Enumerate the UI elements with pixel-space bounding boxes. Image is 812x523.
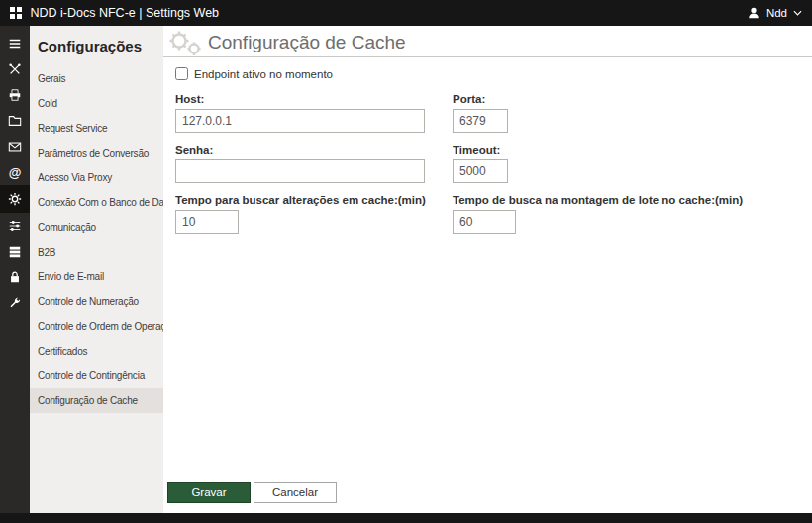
- tools-icon: [8, 62, 22, 76]
- lock-icon: [8, 270, 22, 284]
- sidebar-item-envio-email[interactable]: Envio de E-mail: [30, 264, 163, 289]
- page-title: Configuração de Cache: [208, 32, 406, 53]
- nav-tools[interactable]: [0, 56, 30, 82]
- senha-input[interactable]: [175, 159, 425, 183]
- gear-icon: [8, 192, 22, 206]
- porta-input[interactable]: [453, 109, 508, 133]
- topbar: NDD i-Docs NFC-e | Settings Web Ndd: [0, 0, 812, 26]
- nav-mail[interactable]: [0, 134, 30, 159]
- sidebar-item-certificados[interactable]: Certificados: [30, 339, 163, 364]
- gears-icon: [163, 28, 203, 57]
- nav-security[interactable]: [0, 264, 30, 290]
- sidebar-item-request-service[interactable]: Request Service: [30, 116, 163, 141]
- nav-at[interactable]: @: [0, 159, 30, 185]
- list-icon: [8, 245, 22, 259]
- app-title: NDD i-Docs NFC-e | Settings Web: [31, 6, 220, 20]
- host-input[interactable]: [175, 109, 425, 133]
- main-panel: Configuração de Cache Endpoint ativo no …: [163, 26, 812, 513]
- timeout-input[interactable]: [453, 159, 508, 183]
- timeout-label: Timeout:: [453, 144, 812, 156]
- save-button[interactable]: Gravar: [167, 482, 251, 503]
- tempo-lote-input[interactable]: [453, 210, 516, 234]
- sidebar-item-cold[interactable]: Cold: [30, 91, 163, 116]
- app-logo-icon: [10, 7, 22, 19]
- user-name: Ndd: [766, 7, 787, 19]
- icon-rail: @: [0, 26, 30, 513]
- nav-services[interactable]: [0, 239, 30, 264]
- nav-menu[interactable]: [0, 31, 30, 56]
- nav-settings[interactable]: [0, 185, 30, 213]
- wrench-icon: [8, 296, 22, 310]
- tempo-buscar-input[interactable]: [175, 210, 239, 234]
- settings-sidebar: Configurações Gerais Cold Request Servic…: [30, 26, 163, 513]
- user-icon: [747, 6, 761, 20]
- menu-icon: [8, 37, 22, 51]
- sidebar-item-controle-contingencia[interactable]: Controle de Contingência: [30, 364, 163, 388]
- printer-icon: [8, 88, 22, 102]
- cancel-button[interactable]: Cancelar: [254, 482, 337, 503]
- host-label: Host:: [175, 93, 453, 105]
- cache-form: Endpoint ativo no momento Host: Senha:: [163, 57, 812, 245]
- sidebar-item-acesso-via-proxy[interactable]: Acesso Via Proxy: [30, 165, 163, 190]
- nav-maintenance[interactable]: [0, 290, 30, 316]
- sidebar-item-b2b[interactable]: B2B: [30, 240, 163, 264]
- sliders-icon: [8, 219, 22, 233]
- sidebar-item-configuracao-cache[interactable]: Configuração de Cache: [30, 388, 163, 413]
- at-icon: @: [9, 166, 22, 179]
- folder-icon: [8, 114, 22, 128]
- senha-label: Senha:: [175, 144, 453, 156]
- sidebar-item-controle-ordem-operacao[interactable]: Controle de Ordem de Operação: [30, 314, 163, 339]
- sidebar-item-comunicacao[interactable]: Comunicação: [30, 215, 163, 240]
- tempo-lote-label: Tempo de busca na montagem de lote no ca…: [453, 194, 812, 206]
- nav-printer[interactable]: [0, 82, 30, 108]
- porta-label: Porta:: [453, 93, 812, 105]
- page-header: Configuração de Cache: [163, 26, 812, 57]
- sidebar-item-conexao-banco-dados[interactable]: Conexão Com o Banco de Dados: [30, 190, 163, 215]
- sidebar-item-gerais[interactable]: Gerais: [30, 66, 163, 91]
- bottom-bar: [0, 513, 812, 523]
- endpoint-active-label: Endpoint ativo no momento: [194, 68, 333, 80]
- sidebar-item-controle-numeracao[interactable]: Controle de Numeração: [30, 289, 163, 314]
- sidebar-title: Configurações: [30, 34, 163, 66]
- sidebar-item-parametros-conversao[interactable]: Parâmetros de Conversão: [30, 141, 163, 165]
- nav-files[interactable]: [0, 108, 30, 134]
- nav-preferences[interactable]: [0, 213, 30, 239]
- user-menu[interactable]: Ndd: [747, 6, 802, 20]
- envelope-icon: [8, 140, 22, 154]
- tempo-buscar-label: Tempo para buscar alterações em cache:(m…: [175, 194, 453, 206]
- app-window: NDD i-Docs NFC-e | Settings Web Ndd: [0, 0, 812, 523]
- endpoint-active-checkbox[interactable]: [175, 67, 188, 80]
- chevron-down-icon: [793, 10, 802, 16]
